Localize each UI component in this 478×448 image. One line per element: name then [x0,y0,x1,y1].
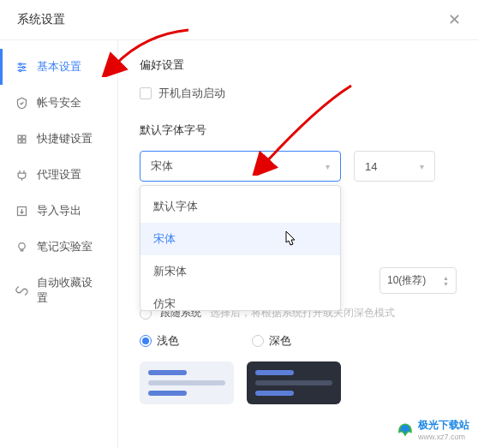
theme-light-preview[interactable] [140,361,234,404]
main-panel: 偏好设置 开机自动启动 默认字体字号 宋体 ▾ 14 ▾ 默认字体 宋体 新宋体… [118,40,478,448]
theme-dark-radio[interactable] [252,335,264,347]
sidebar-item-account[interactable]: 帐号安全 [0,85,117,121]
watermark-text: 极光下载站 [418,418,469,433]
sidebar-item-label: 快捷键设置 [37,131,93,146]
watermark: 极光下载站 www.xz7.com [397,418,469,441]
svg-rect-9 [22,140,26,143]
shield-icon [15,97,28,110]
svg-point-5 [19,69,21,72]
svg-point-3 [19,63,21,65]
import-export-icon [15,205,28,218]
font-title: 默认字体字号 [140,122,457,138]
svg-point-4 [22,66,25,69]
font-option-xinsongti[interactable]: 新宋体 [140,255,340,288]
spacing-select[interactable]: 10(推荐) ▲ ▼ [379,267,457,294]
link-icon [15,284,28,297]
settings-icon [15,61,28,74]
startup-checkbox[interactable] [140,87,152,99]
stepper-down-icon[interactable]: ▼ [443,281,449,287]
chevron-down-icon: ▾ [420,162,424,171]
bulb-icon [15,241,28,254]
watermark-logo-icon [397,421,414,439]
svg-rect-6 [18,135,21,139]
font-select[interactable]: 宋体 ▾ [140,151,341,182]
sidebar-item-autosave[interactable]: 自动收藏设置 [0,265,117,316]
sidebar-item-lab[interactable]: 笔记实验室 [0,229,117,265]
close-icon[interactable]: ✕ [448,10,461,29]
sidebar: 基本设置 帐号安全 快捷键设置 代理设置 导入导出 笔记实验室 自动收藏设置 [0,40,118,448]
pref-title: 偏好设置 [140,57,457,73]
sidebar-item-label: 自动收藏设置 [37,275,102,306]
font-option-fangsong[interactable]: 仿宋 [140,288,340,310]
theme-dark-label: 深色 [269,333,291,349]
theme-light-radio[interactable] [140,335,152,347]
chevron-down-icon: ▾ [326,162,330,171]
font-option-default[interactable]: 默认字体 [140,190,340,223]
stepper-up-icon[interactable]: ▲ [443,275,449,281]
dialog-title: 系统设置 [17,12,65,27]
sidebar-item-shortcut[interactable]: 快捷键设置 [0,121,117,157]
svg-point-11 [19,242,26,249]
sidebar-item-label: 代理设置 [37,167,81,182]
size-select[interactable]: 14 ▾ [354,151,435,182]
theme-dark-preview[interactable] [247,361,341,404]
sidebar-item-import[interactable]: 导入导出 [0,193,117,229]
sidebar-item-label: 笔记实验室 [37,239,93,254]
font-option-songti[interactable]: 宋体 [140,223,340,255]
startup-label: 开机自动启动 [158,86,225,101]
sidebar-item-basic[interactable]: 基本设置 [0,49,117,85]
keyboard-icon [15,133,28,146]
font-select-value: 宋体 [151,158,173,174]
sidebar-item-label: 导入导出 [37,203,81,218]
svg-rect-7 [22,135,26,139]
theme-light-label: 浅色 [157,333,179,349]
font-dropdown: 默认字体 宋体 新宋体 仿宋 楷体 [140,185,341,311]
spacing-value: 10(推荐) [387,273,426,288]
plug-icon [15,169,28,182]
sidebar-item-label: 基本设置 [37,59,81,75]
sidebar-item-label: 帐号安全 [37,95,81,111]
sidebar-item-proxy[interactable]: 代理设置 [0,157,117,193]
svg-rect-8 [18,140,21,143]
size-select-value: 14 [365,160,377,173]
watermark-url: www.xz7.com [418,433,469,441]
